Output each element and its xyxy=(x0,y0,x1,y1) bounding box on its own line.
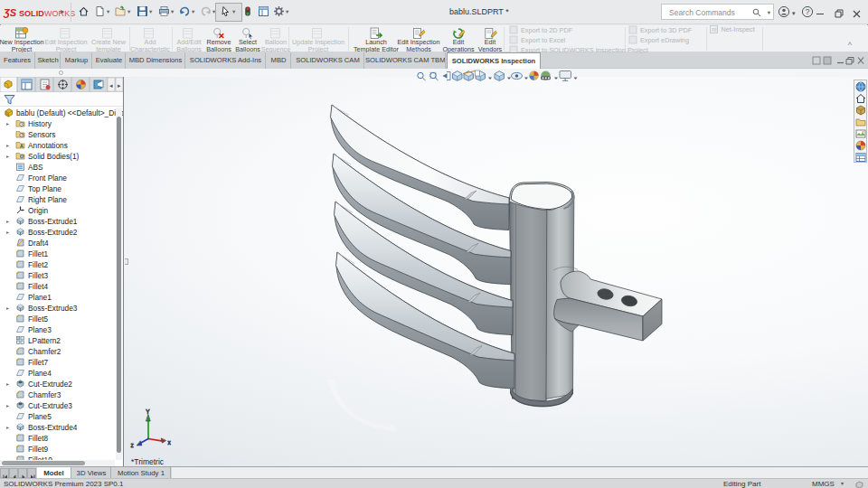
svg-text:▸: ▸ xyxy=(118,82,121,89)
svg-text:z: z xyxy=(131,442,134,448)
svg-text:Y: Y xyxy=(146,408,150,415)
svg-text:◂: ◂ xyxy=(109,82,113,89)
svg-text:x: x xyxy=(168,439,172,446)
